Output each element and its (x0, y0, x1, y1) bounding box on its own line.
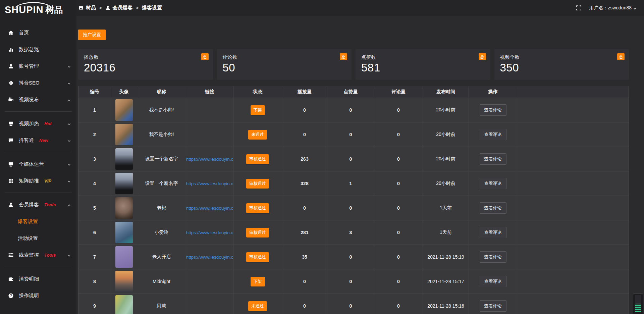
cell-nickname: Midnight (137, 269, 186, 294)
cell-id: 5 (78, 196, 111, 220)
video-link[interactable]: https://www.iesdouyin.c (186, 157, 233, 162)
cell-id: 1 (78, 98, 111, 122)
fullscreen-icon[interactable] (576, 5, 582, 11)
breadcrumb-item-baoke-settings[interactable]: 爆客设置 (142, 5, 162, 11)
status-badge[interactable]: 审核通过 (246, 203, 269, 213)
breadcrumb-separator: > (136, 5, 139, 10)
cell-id: 2 (78, 122, 111, 147)
cell-action: 查看评论 (469, 122, 517, 147)
column-header (517, 86, 629, 98)
status-badge[interactable]: 未通过 (248, 301, 267, 311)
cell-filler (517, 122, 629, 147)
table-row: 1我不是小帅!下架00020小时前查看评论 (78, 98, 629, 122)
view-comments-button[interactable]: 查看评论 (480, 104, 506, 116)
floating-widget[interactable] (633, 293, 643, 314)
column-header: 播放量 (282, 86, 327, 98)
cell-id: 3 (78, 147, 111, 171)
stat-card-total-badge: 总 (201, 53, 209, 60)
sidebar-item-clue-monitor[interactable]: 线索监控Tools (0, 247, 76, 263)
chevron-down-icon (67, 162, 71, 166)
sidebar-item-douyin-seo[interactable]: 抖音SEO (0, 74, 76, 91)
breadcrumb-label: 会员爆客 (113, 5, 133, 11)
sidebar-item-tag: Tools (44, 253, 56, 258)
svg-text:?: ? (10, 294, 12, 298)
monitor-icon (8, 161, 14, 167)
sidebar-item-member-baoke[interactable]: 会员爆客Tools (0, 196, 76, 213)
cell-status: 下架 (233, 98, 282, 122)
view-comments-button[interactable]: 查看评论 (480, 153, 506, 165)
cell-avatar (111, 196, 137, 220)
column-header: 操作 (469, 86, 517, 98)
status-badge[interactable]: 审核通过 (246, 252, 269, 262)
stat-card-value: 350 (500, 61, 625, 74)
cell-publish-time: 1天前 (423, 196, 469, 220)
cell-filler (517, 147, 629, 171)
cell-publish-time: 20小时前 (423, 147, 469, 171)
video-link[interactable]: https://www.iesdouyin.c (186, 230, 233, 235)
stat-card-value: 20316 (84, 61, 208, 74)
video-link[interactable]: https://www.iesdouyin.c (186, 255, 233, 260)
stat-card-value: 581 (361, 61, 486, 74)
chevron-down-icon (67, 179, 71, 183)
cell-nickname: 老彬 (137, 196, 186, 220)
username-dropdown[interactable]: 用户名：zswodun88 (589, 5, 637, 11)
cell-action: 查看评论 (469, 98, 517, 122)
sidebar-subitem-label: 爆客设置 (18, 218, 38, 225)
cell-link (186, 294, 233, 314)
status-badge[interactable]: 审核通过 (246, 179, 269, 189)
status-badge[interactable]: 审核通过 (246, 154, 269, 164)
sidebar-item-douketong[interactable]: 抖客通New (0, 132, 76, 149)
sidebar-item-data-overview[interactable]: 数据总览 (0, 41, 76, 58)
view-comments-button[interactable]: 查看评论 (480, 129, 506, 140)
table-row: 4设置一个新名字https://www.iesdouyin.c审核通过32810… (78, 171, 629, 196)
content-area: 推广设置 播放数20316总评论数50总点赞数581总视频个数350总 编号头像… (76, 16, 644, 314)
sidebar-item-operation-guide[interactable]: ?操作说明 (0, 287, 76, 304)
sidebar-item-account-manage[interactable]: 账号管理 (0, 58, 76, 74)
user-icon (105, 5, 110, 10)
status-badge[interactable]: 未通过 (248, 130, 267, 140)
sidebar-item-consume-detail[interactable]: 消费明细 (0, 270, 76, 287)
view-comments-button[interactable]: 查看评论 (480, 227, 506, 238)
photo-icon (78, 5, 84, 10)
view-comments-button[interactable]: 查看评论 (480, 251, 506, 263)
cell-action: 查看评论 (469, 147, 517, 171)
sidebar-item-media-operation[interactable]: 全媒体运营 (0, 156, 76, 172)
sidebar-item-matrix-boost[interactable]: 矩阵助推VIP (0, 172, 76, 189)
home-icon (8, 30, 14, 36)
cell-status: 审核通过 (233, 171, 282, 196)
floating-widget-slot (635, 295, 641, 304)
status-badge[interactable]: 审核通过 (246, 228, 269, 238)
topbar: 树品>会员爆客>爆客设置 用户名：zswodun88 (76, 0, 644, 16)
view-comments-button[interactable]: 查看评论 (480, 300, 506, 312)
promo-settings-button[interactable]: 推广设置 (78, 30, 106, 40)
avatar (115, 271, 133, 292)
cell-id: 8 (78, 269, 111, 294)
breadcrumb-item-shupin[interactable]: 树品 (78, 5, 96, 11)
chart-icon (8, 47, 14, 52)
sidebar-item-video-publish[interactable]: 视频发布 (0, 91, 76, 108)
status-badge[interactable]: 下架 (251, 277, 265, 286)
video-link[interactable]: https://www.iesdouyin.c (186, 181, 233, 186)
view-comments-button[interactable]: 查看评论 (480, 202, 506, 214)
column-header: 头像 (111, 86, 137, 98)
sidebar-item-video-heat[interactable]: 视频加热Hot (0, 115, 76, 132)
cell-id: 6 (78, 220, 111, 245)
cell-comments: 0 (374, 98, 423, 122)
table-header-row: 编号头像昵称链接状态播放量点赞量评论量发布时间操作 (78, 86, 629, 98)
view-comments-button[interactable]: 查看评论 (480, 178, 506, 189)
floating-widget-bars (635, 305, 641, 312)
sidebar-subitem-baoke-settings[interactable]: 爆客设置 (0, 213, 76, 230)
cell-likes: 0 (327, 98, 374, 122)
sidebar-subitem-activity-settings[interactable]: 活动设置 (0, 230, 76, 247)
video-link[interactable]: https://www.iesdouyin.c (186, 206, 233, 211)
question-icon: ? (8, 293, 14, 299)
sidebar-item-home[interactable]: 首页 (0, 24, 76, 41)
cell-action: 查看评论 (469, 294, 517, 314)
breadcrumb-item-member-baoke[interactable]: 会员爆客 (105, 5, 133, 11)
cell-likes: 3 (327, 220, 374, 245)
cell-id: 4 (78, 171, 111, 196)
username-label: 用户名：zswodun88 (589, 5, 632, 11)
app-logo[interactable]: SHUPIN 树品 (0, 0, 76, 19)
view-comments-button[interactable]: 查看评论 (480, 276, 506, 287)
status-badge[interactable]: 下架 (251, 105, 265, 115)
